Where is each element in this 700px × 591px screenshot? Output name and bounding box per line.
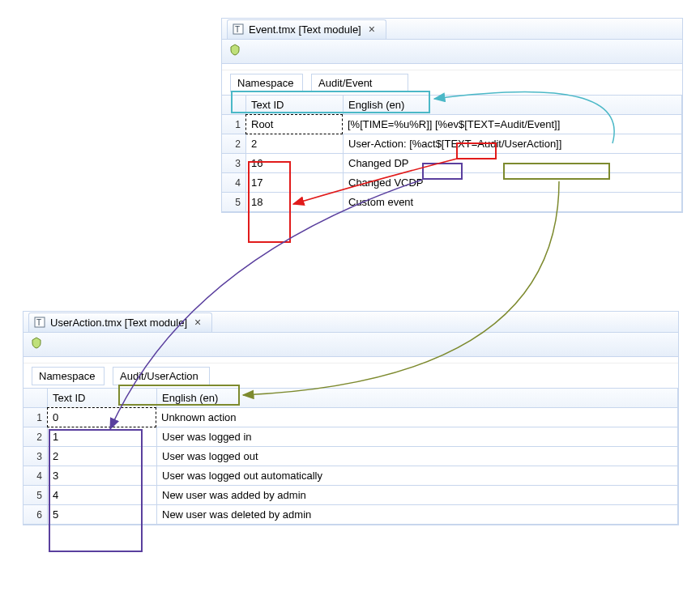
rownum-header	[222, 96, 246, 115]
rownum: 4	[222, 173, 246, 193]
textid-cell[interactable]: 17	[246, 173, 344, 193]
textid-cell[interactable]: 16	[246, 154, 344, 173]
textid-cell[interactable]: 5	[48, 505, 157, 525]
table-row[interactable]: 5 18 Custom event	[222, 193, 682, 212]
textid-cell[interactable]: 2	[48, 447, 157, 466]
table-row[interactable]: 5 4 New user was added by admin	[23, 486, 678, 505]
english-cell[interactable]: New user was added by admin	[157, 486, 678, 505]
namespace-label: Namespace	[230, 74, 303, 92]
event-namespace-value[interactable]: Audit/Event	[311, 74, 408, 92]
table-row[interactable]: 2 1 User was logged in	[23, 427, 678, 447]
user-tab[interactable]: T UserAction.tmx [Text module] ×	[28, 313, 212, 332]
english-cell[interactable]: Changed DP	[344, 154, 682, 173]
namespace-label: Namespace	[32, 367, 105, 385]
rownum: 3	[222, 154, 246, 173]
rownum: 3	[23, 447, 48, 466]
textid-cell[interactable]: 18	[246, 193, 344, 212]
toolbar-lock-icon[interactable]	[228, 44, 241, 59]
close-icon[interactable]: ×	[192, 317, 203, 328]
svg-text:T: T	[36, 318, 41, 327]
table-row[interactable]: 3 16 Changed DP	[222, 154, 682, 173]
event-tab[interactable]: T Event.tmx [Text module] ×	[227, 19, 386, 39]
english-cell[interactable]: Changed VCDP	[344, 173, 682, 193]
table-row[interactable]: 6 5 New user was deleted by admin	[23, 505, 678, 525]
text-module-icon: T	[233, 23, 244, 35]
table-row[interactable]: 1 Root [%[TIME=%u%R]] [%ev$[TEXT=Audit/E…	[222, 115, 682, 134]
english-cell[interactable]: User was logged out automatically	[157, 466, 678, 486]
textid-cell[interactable]: 4	[48, 486, 157, 505]
textid-header[interactable]: Text ID	[246, 96, 344, 115]
rownum: 1	[222, 115, 246, 134]
rownum: 2	[222, 134, 246, 154]
table-row[interactable]: 2 2 User-Action: [%act$[TEXT=Audit/UserA…	[222, 134, 682, 154]
english-header[interactable]: English (en)	[157, 389, 678, 408]
english-cell[interactable]: User was logged out	[157, 447, 678, 466]
event-tab-title: Event.tmx [Text module]	[249, 23, 361, 36]
english-cell[interactable]: New user was deleted by admin	[157, 505, 678, 525]
user-namespace-row: Namespace Audit/UserAction	[23, 364, 678, 388]
close-icon[interactable]: ×	[366, 23, 378, 35]
rownum: 2	[23, 427, 48, 447]
english-cell[interactable]: [%[TIME=%u%R]] [%ev$[TEXT=Audit/Event]]	[343, 115, 682, 134]
separator	[222, 64, 682, 70]
rownum: 5	[222, 193, 246, 212]
english-cell[interactable]: Custom event	[344, 193, 682, 212]
rownum: 6	[23, 505, 48, 525]
rownum: 5	[23, 486, 48, 505]
table-row[interactable]: 3 2 User was logged out	[23, 447, 678, 466]
event-grid-header: Text ID English (en)	[222, 96, 682, 115]
textid-cell[interactable]: 1	[48, 427, 157, 447]
rownum: 1	[23, 408, 48, 427]
event-namespace-row: Namespace Audit/Event	[222, 70, 682, 95]
english-cell[interactable]: User was logged in	[157, 427, 678, 447]
user-grid: Text ID English (en) 1 0 Unknown action …	[23, 388, 678, 525]
table-row[interactable]: 4 3 User was logged out automatically	[23, 466, 678, 486]
user-toolbar	[23, 333, 678, 357]
svg-text:T: T	[235, 25, 240, 34]
rownum: 4	[23, 466, 48, 486]
user-namespace-value[interactable]: Audit/UserAction	[113, 367, 210, 385]
textid-cell[interactable]: 2	[246, 134, 344, 154]
table-row[interactable]: 1 0 Unknown action	[23, 408, 678, 427]
user-grid-header: Text ID English (en)	[23, 389, 678, 408]
table-row[interactable]: 4 17 Changed VCDP	[222, 173, 682, 193]
event-tab-strip: T Event.tmx [Text module] ×	[222, 19, 682, 40]
toolbar-lock-icon[interactable]	[30, 337, 43, 352]
textid-cell[interactable]: 0	[47, 407, 156, 427]
english-cell[interactable]: Unknown action	[156, 408, 678, 427]
user-tab-strip: T UserAction.tmx [Text module] ×	[23, 312, 678, 333]
separator	[23, 357, 678, 364]
english-header[interactable]: English (en)	[344, 96, 682, 115]
user-tab-title: UserAction.tmx [Text module]	[50, 317, 187, 329]
event-toolbar	[222, 40, 682, 64]
textid-cell[interactable]: Root	[245, 114, 343, 134]
english-cell[interactable]: User-Action: [%act$[TEXT=Audit/UserActio…	[344, 134, 682, 154]
text-module-icon: T	[34, 317, 45, 328]
useraction-window: T UserAction.tmx [Text module] × Namespa…	[23, 311, 679, 525]
event-window: T Event.tmx [Text module] × Namespace Au…	[221, 18, 683, 213]
textid-header[interactable]: Text ID	[48, 389, 157, 408]
rownum-header	[23, 389, 48, 408]
textid-cell[interactable]: 3	[48, 466, 157, 486]
event-grid: Text ID English (en) 1 Root [%[TIME=%u%R…	[222, 95, 682, 212]
